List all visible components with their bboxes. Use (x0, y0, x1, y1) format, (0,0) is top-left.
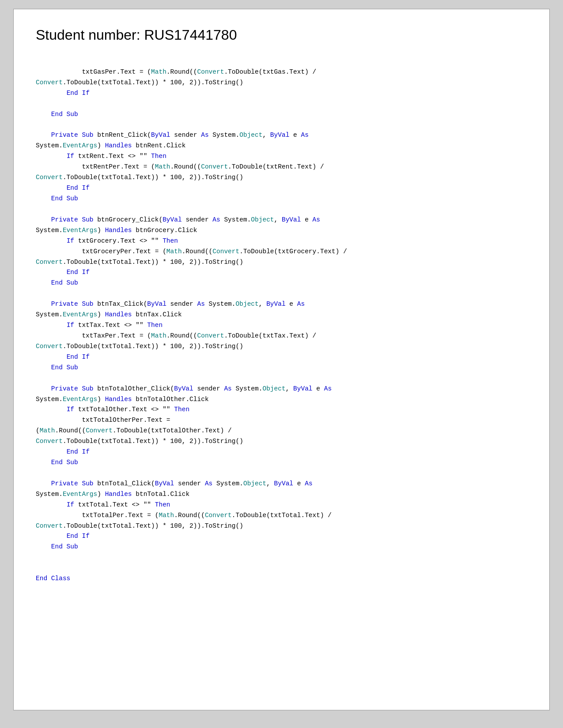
code-block: txtGasPer.Text = (Math.Round((Convert.To… (36, 56, 527, 595)
page-container: Student number: RUS17441780 txtGasPer.Te… (13, 9, 550, 710)
page-title: Student number: RUS17441780 (36, 27, 527, 43)
code-text: txtGasPer.Text = ( (82, 68, 151, 75)
